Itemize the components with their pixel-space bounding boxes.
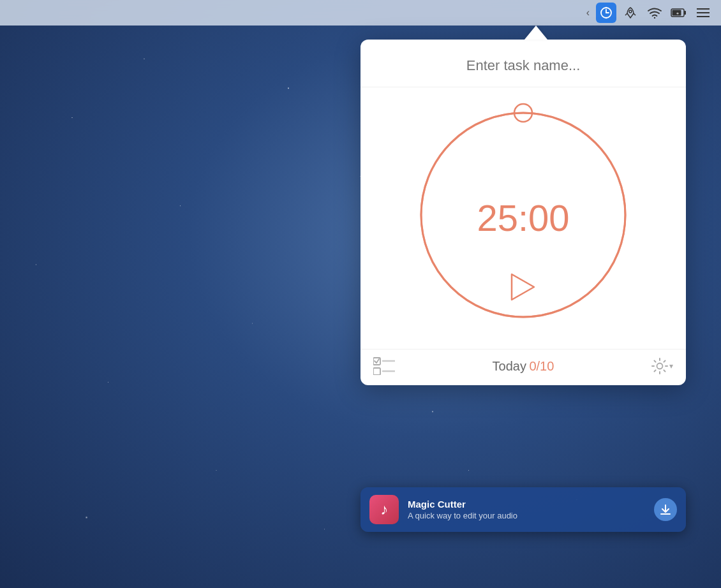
notification-banner[interactable]: ♪ Magic Cutter A quick way to edit your … bbox=[360, 487, 686, 532]
timer-display: 25:00 bbox=[477, 197, 569, 239]
timer-circle-svg: 25:00 bbox=[402, 94, 644, 336]
today-section: Today 0/10 bbox=[493, 359, 554, 374]
app-icon: ♪ bbox=[369, 495, 399, 524]
svg-rect-21 bbox=[373, 368, 380, 375]
svg-point-5 bbox=[629, 10, 632, 13]
download-button[interactable] bbox=[654, 498, 677, 521]
timer-popup: 25:00 Today 0/10 bbox=[360, 40, 686, 385]
rocket-menubar-icon[interactable] bbox=[620, 3, 641, 23]
settings-chevron-icon: ▾ bbox=[669, 362, 673, 371]
timer-menubar-icon[interactable] bbox=[596, 3, 616, 23]
popup-arrow bbox=[524, 26, 547, 40]
svg-point-4 bbox=[606, 17, 607, 18]
timer-area: 25:00 bbox=[360, 87, 686, 349]
svg-rect-9 bbox=[673, 10, 681, 16]
today-count: 0/10 bbox=[529, 359, 554, 373]
notification-text: Magic Cutter A quick way to edit your au… bbox=[408, 499, 645, 520]
play-button[interactable] bbox=[512, 274, 534, 300]
task-name-input[interactable] bbox=[373, 57, 673, 74]
menubar: ‹ bbox=[0, 0, 721, 26]
tasks-button[interactable] bbox=[373, 357, 395, 375]
music-note-icon: ♪ bbox=[380, 501, 388, 518]
footer-bar: Today 0/10 ▾ bbox=[360, 349, 686, 385]
hamburger-menubar-icon[interactable] bbox=[693, 3, 713, 23]
notification-title: Magic Cutter bbox=[408, 499, 645, 510]
svg-point-23 bbox=[657, 364, 662, 369]
battery-menubar-icon[interactable] bbox=[669, 3, 689, 23]
svg-rect-8 bbox=[684, 11, 686, 15]
svg-point-3 bbox=[606, 7, 607, 8]
desktop: ‹ bbox=[0, 0, 721, 588]
today-label: Today bbox=[493, 359, 526, 373]
svg-point-6 bbox=[654, 17, 655, 18]
task-input-area bbox=[360, 40, 686, 87]
settings-button[interactable]: ▾ bbox=[651, 358, 673, 374]
expand-menubar-icon[interactable]: ‹ bbox=[586, 7, 590, 18]
notification-subtitle: A quick way to edit your audio bbox=[408, 511, 645, 520]
wifi-menubar-icon[interactable] bbox=[644, 3, 665, 23]
